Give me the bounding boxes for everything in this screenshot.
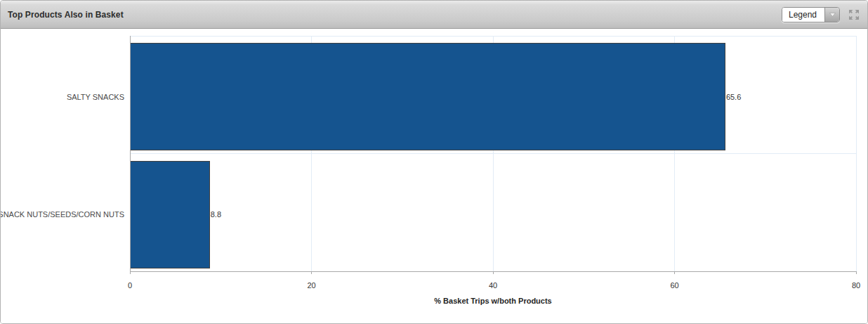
widget-title: Top Products Also in Basket [8, 10, 124, 20]
x-tick-label: 20 [307, 281, 315, 290]
chevron-down-icon[interactable] [824, 8, 839, 22]
chart-bar[interactable] [130, 44, 725, 150]
header-controls: Legend [782, 7, 860, 22]
bar-value-label: 65.6 [726, 93, 741, 101]
x-tick-label: 0 [128, 281, 132, 290]
x-axis-title: % Basket Trips w/both Products [434, 297, 551, 305]
x-tick-label: 40 [489, 281, 497, 290]
maximize-icon[interactable] [848, 8, 860, 21]
legend-dropdown[interactable]: Legend [782, 7, 840, 22]
chart-bar[interactable] [130, 161, 210, 268]
category-label: SALTY SNACKS [67, 93, 124, 101]
x-tick-label: 80 [852, 281, 860, 290]
legend-dropdown-label: Legend [782, 8, 824, 22]
x-tick-label: 60 [670, 281, 678, 290]
chart-area: SALTY SNACKS65.6SNACK NUTS/SEEDS/CORN NU… [1, 30, 867, 324]
category-label: SNACK NUTS/SEEDS/CORN NUTS [1, 210, 124, 219]
widget-header: Top Products Also in Basket Legend [1, 1, 867, 29]
bar-chart: SALTY SNACKS65.6SNACK NUTS/SEEDS/CORN NU… [1, 30, 867, 324]
chart-widget: Top Products Also in Basket Legend [0, 0, 868, 324]
bar-value-label: 8.8 [211, 210, 221, 219]
